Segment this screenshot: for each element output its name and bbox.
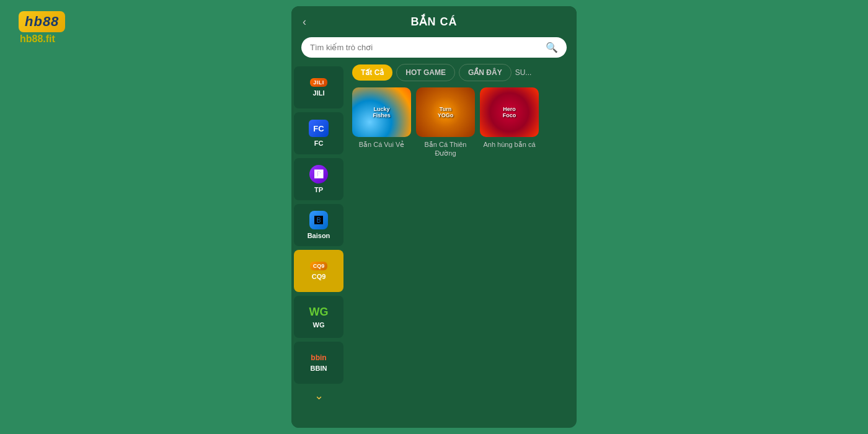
bbin-icon: bbin (311, 353, 326, 362)
sidebar-item-cq9-label: CQ9 (312, 273, 326, 280)
search-icon: 🔍 (546, 42, 558, 53)
game-card-2[interactable]: TurnYOGo Bắn Cá Thiên Đường (416, 87, 475, 158)
game-thumb-text-2: TurnYOGo (435, 104, 456, 121)
logo-box: hb88 (19, 11, 65, 32)
game-card-1[interactable]: LuckyFishes Bắn Cá Vui Vẻ (352, 87, 411, 158)
sidebar-item-baison-label: Baison (308, 232, 330, 239)
game-grid: LuckyFishes Bắn Cá Vui Vẻ TurnYOGo Bắn C… (346, 87, 577, 158)
sidebar-item-baison[interactable]: 🅱 Baison (294, 204, 343, 246)
back-button[interactable]: ‹ (303, 16, 306, 29)
baison-icon: 🅱 (309, 211, 328, 229)
sidebar-item-tp[interactable]: 🅿 TP (294, 158, 343, 200)
page-title: BẮN CÁ (411, 15, 458, 29)
game-name-2: Bắn Cá Thiên Đường (416, 140, 475, 158)
search-input[interactable] (310, 43, 546, 52)
logo-area: hb88 hb88.fit (19, 11, 65, 45)
background: hb88 hb88.fit ‹ BẮN CÁ 🔍 JILI JILI FC (0, 0, 868, 434)
logo-text: hb88 (25, 14, 59, 30)
game-thumb-2: TurnYOGo (416, 87, 475, 137)
tab-more[interactable]: SU... (515, 68, 532, 77)
game-thumb-text-1: LuckyFishes (370, 104, 393, 121)
cq9-icon: CQ9 (310, 262, 328, 270)
sidebar-item-jili[interactable]: JILI JILI (294, 66, 343, 108)
tab-all[interactable]: Tất Cả (352, 64, 392, 81)
game-name-3: Anh hùng bắn cá (483, 140, 535, 149)
sidebar-item-jili-label: JILI (313, 89, 325, 97)
sidebar-item-fc-label: FC (314, 140, 324, 147)
logo-subtitle: hb88.fit (20, 33, 55, 45)
filter-tabs: Tất Cả HOT GAME GẦN ĐÂY SU... (346, 64, 577, 87)
right-panel: Tất Cả HOT GAME GẦN ĐÂY SU... LuckyFishe… (346, 64, 577, 428)
sidebar-item-wg-label: WG (313, 321, 325, 329)
jili-icon: JILI (310, 78, 327, 87)
tp-icon: 🅿 (309, 165, 328, 184)
main-container: ‹ BẮN CÁ 🔍 JILI JILI FC FC 🅿 (291, 6, 577, 428)
game-card-3[interactable]: HeroFoco Anh hùng bắn cá (480, 87, 539, 158)
sidebar-item-bbin-label: BBIN (311, 365, 327, 372)
game-thumb-3: HeroFoco (480, 87, 539, 137)
sidebar-item-fc[interactable]: FC FC (294, 112, 343, 154)
sidebar-item-cq9[interactable]: CQ9 CQ9 (294, 250, 343, 292)
header: ‹ BẮN CÁ (291, 6, 577, 37)
game-thumb-1: LuckyFishes (352, 87, 411, 137)
sidebar-item-wg[interactable]: WG WG (294, 296, 343, 338)
chevron-down-icon[interactable]: ⌄ (314, 389, 324, 402)
search-bar: 🔍 (301, 37, 567, 58)
game-name-1: Bắn Cá Vui Vẻ (359, 140, 405, 149)
sidebar-item-tp-label: TP (314, 186, 323, 193)
tab-recent[interactable]: GẦN ĐÂY (459, 64, 512, 81)
sidebar-item-bbin[interactable]: bbin BBIN (294, 342, 343, 384)
sidebar: JILI JILI FC FC 🅿 TP 🅱 Baison CQ9 (291, 64, 346, 428)
content-area: JILI JILI FC FC 🅿 TP 🅱 Baison CQ9 (291, 64, 577, 428)
fc-icon: FC (309, 120, 329, 137)
game-thumb-text-3: HeroFoco (500, 104, 519, 121)
tab-hot-game[interactable]: HOT GAME (396, 64, 455, 81)
wg-icon: WG (309, 306, 329, 319)
